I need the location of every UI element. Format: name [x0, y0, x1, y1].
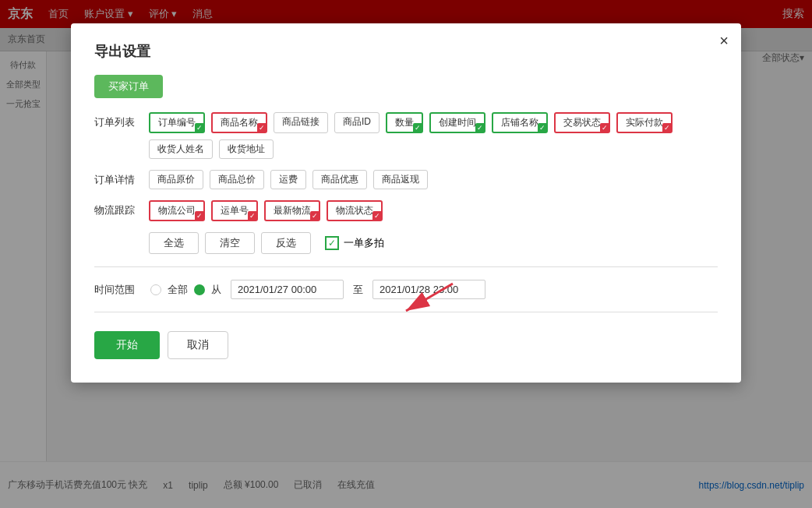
- tag-商品链接[interactable]: 商品链接: [274, 112, 328, 133]
- tag-最新物流[interactable]: 最新物流: [264, 200, 320, 221]
- export-modal: × 导出设置 买家订单 订单列表 订单编号商品名称商品链接商品ID数量创建时间店…: [71, 23, 741, 383]
- multi-shot-area[interactable]: ✓ 一单多拍: [317, 236, 384, 250]
- divider: [94, 266, 718, 267]
- modal-title: 导出设置: [94, 42, 718, 61]
- tag-运单号[interactable]: 运单号: [211, 200, 258, 221]
- invert-button[interactable]: 反选: [261, 232, 311, 254]
- bottom-buttons: 开始 取消: [94, 331, 718, 359]
- clear-all-button[interactable]: 清空: [205, 232, 255, 254]
- tag-物流公司[interactable]: 物流公司: [149, 200, 205, 221]
- tag-交易状态[interactable]: 交易状态: [554, 112, 610, 133]
- logistics-section: 物流跟踪 物流公司运单号最新物流物流状态: [94, 200, 718, 221]
- tag-收货地址[interactable]: 收货地址: [219, 139, 274, 159]
- tag-商品名称[interactable]: 商品名称: [211, 112, 267, 133]
- cancel-button[interactable]: 取消: [168, 331, 228, 359]
- multi-shot-label: 一单多拍: [344, 236, 384, 250]
- tag-数量[interactable]: 数量: [386, 112, 423, 133]
- order-detail-label: 订单详情: [94, 170, 141, 187]
- tag-商品总价[interactable]: 商品总价: [210, 170, 264, 189]
- time-range-label: 时间范围: [94, 283, 141, 297]
- tag-收货人姓名[interactable]: 收货人姓名: [149, 139, 213, 159]
- order-detail-section: 订单详情 商品原价商品总价运费商品优惠商品返现: [94, 170, 718, 189]
- radio-from-label: 从: [211, 283, 221, 297]
- tag-运费[interactable]: 运费: [270, 170, 306, 189]
- order-list-label: 订单列表: [94, 112, 141, 129]
- modal-overlay: × 导出设置 买家订单 订单列表 订单编号商品名称商品链接商品ID数量创建时间店…: [0, 0, 812, 508]
- order-list-tags: 订单编号商品名称商品链接商品ID数量创建时间店铺名称交易状态实际付款收货人姓名收…: [149, 112, 718, 159]
- tag-商品优惠[interactable]: 商品优惠: [312, 170, 367, 189]
- buyer-order-button[interactable]: 买家订单: [94, 75, 163, 98]
- tag-实际付款[interactable]: 实际付款: [616, 112, 673, 133]
- multi-shot-checkbox[interactable]: ✓: [325, 236, 339, 250]
- bottom-divider: [94, 312, 718, 312]
- time-to-separator: 至: [353, 283, 363, 297]
- tag-商品ID[interactable]: 商品ID: [334, 112, 380, 133]
- start-button[interactable]: 开始: [94, 331, 160, 359]
- time-to-input[interactable]: [372, 280, 485, 299]
- tag-创建时间[interactable]: 创建时间: [429, 112, 485, 133]
- tag-物流状态[interactable]: 物流状态: [327, 200, 383, 221]
- tag-商品原价[interactable]: 商品原价: [149, 170, 203, 189]
- time-range-section: 时间范围 全部 从 至: [94, 280, 718, 299]
- radio-all[interactable]: [150, 284, 161, 295]
- modal-close-button[interactable]: ×: [719, 33, 729, 48]
- logistics-tags: 物流公司运单号最新物流物流状态: [149, 200, 718, 221]
- radio-all-label: 全部: [168, 283, 188, 297]
- select-all-button[interactable]: 全选: [149, 232, 199, 254]
- tag-商品返现[interactable]: 商品返现: [373, 170, 428, 189]
- logistics-label: 物流跟踪: [94, 200, 141, 217]
- tag-店铺名称[interactable]: 店铺名称: [492, 112, 548, 133]
- order-detail-tags: 商品原价商品总价运费商品优惠商品返现: [149, 170, 718, 189]
- radio-group: 全部 从: [150, 283, 221, 297]
- tag-订单编号[interactable]: 订单编号: [149, 112, 205, 133]
- time-from-input[interactable]: [231, 280, 344, 299]
- radio-from[interactable]: [194, 284, 205, 295]
- order-list-section: 订单列表 订单编号商品名称商品链接商品ID数量创建时间店铺名称交易状态实际付款收…: [94, 112, 718, 159]
